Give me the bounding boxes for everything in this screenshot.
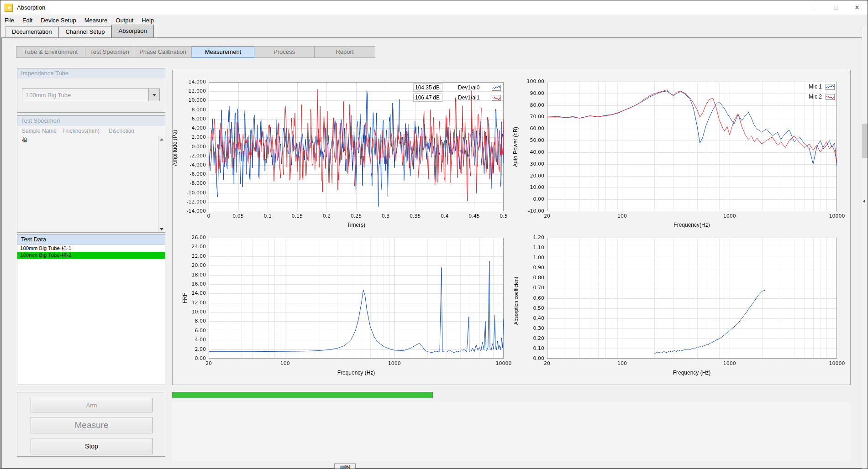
time-chart-xlabel: Time(s): [347, 222, 365, 228]
autopower-chart-legend: Mic 1 Mic 2: [780, 82, 835, 102]
legend-label-mic1: Mic 1: [804, 83, 822, 90]
impedance-tube-title: Impendance Tube: [17, 68, 165, 78]
table-scrollbar[interactable]: [158, 136, 165, 232]
stop-button[interactable]: Stop: [31, 438, 153, 454]
scrollbar-thumb[interactable]: [862, 124, 868, 158]
lower-panel: [172, 402, 851, 461]
list-item[interactable]: 100mm Big Tube-棉-1: [17, 245, 165, 252]
autopower-chart-ylabel: Auto Power (dB): [512, 127, 519, 167]
column-discription: Discription: [109, 128, 165, 134]
measure-button[interactable]: Measure: [31, 417, 153, 433]
chevron-down-icon: [153, 94, 156, 96]
vertical-scrollbar[interactable]: [862, 26, 868, 469]
menu-item-device-setup[interactable]: Device Setup: [37, 15, 80, 26]
frf-chart-ylabel: FRF: [182, 293, 188, 303]
measurement-progress-bar: [172, 392, 433, 398]
menu-item-output[interactable]: Output: [111, 15, 137, 26]
maximize-button[interactable]: □: [826, 0, 847, 15]
test-data-title: Test Data: [17, 234, 165, 245]
test-specimen-title: Test Specimen: [17, 116, 165, 126]
frf-chart: [176, 234, 514, 384]
legend-label-ai1: Dev1/ai1: [458, 94, 488, 101]
absorption-step-tabs: Tube & Environment Test Specimen Phase C…: [16, 46, 375, 58]
bottom-tab-plot[interactable]: 画图: [334, 464, 356, 469]
time-chart-legend: 104.35 dB Dev1/ai0 106.47 dB Dev1/ai1: [387, 83, 501, 103]
test-data-group: Test Data 100mm Big Tube-棉-1 100mm Big T…: [17, 234, 165, 385]
absorption-chart-xlabel: Frequency (Hz): [673, 370, 711, 376]
legend-item-ai1[interactable]: 106.47 dB Dev1/ai1: [387, 93, 501, 102]
menu-item-file[interactable]: File: [0, 15, 18, 26]
frf-chart-xlabel: Frequency (Hz): [337, 370, 375, 376]
legend-label-mic2: Mic 2: [804, 94, 822, 100]
scroll-down-icon[interactable]: [158, 226, 165, 232]
legend-item-mic2[interactable]: Mic 2: [780, 92, 835, 101]
tab-channel-setup[interactable]: Channel Setup: [58, 26, 111, 37]
subtab-phase-calibration[interactable]: Phase Calibration: [134, 46, 192, 58]
measurement-actions-group: Arm Measure Stop: [17, 392, 165, 457]
legend-label-ai0: Dev1/ai0: [458, 84, 488, 91]
arm-button[interactable]: Arm: [31, 398, 153, 412]
legend-item-mic1[interactable]: Mic 1: [780, 82, 835, 91]
level-readout-ai1: 106.47 dB: [413, 94, 442, 102]
waveform-icon: [492, 85, 501, 91]
collapse-left-icon[interactable]: [863, 199, 865, 203]
charts-panel: Amplitude (Pa) Auto Power (dB) FRF Absor…: [172, 70, 851, 385]
test-specimen-table: Sample Name Thickness(mm) Discription 棉: [17, 126, 165, 232]
list-item[interactable]: 100mm Big Tube-棉-2: [17, 252, 165, 259]
main-tab-bar: Documentation Channel Setup Absorption: [5, 25, 154, 37]
tab-absorption[interactable]: Absorption: [111, 25, 153, 37]
window-controls: — □ ✕: [805, 0, 868, 15]
menu-item-help[interactable]: Help: [137, 15, 158, 26]
menu-item-measure[interactable]: Measure: [80, 15, 112, 26]
absorption-chart-ylabel: Absorption coefficient: [513, 277, 519, 325]
minimize-button[interactable]: —: [805, 0, 826, 15]
subtab-test-specimen[interactable]: Test Specimen: [85, 46, 134, 58]
column-sample-name: Sample Name: [17, 128, 62, 134]
table-header-row: Sample Name Thickness(mm) Discription: [17, 126, 165, 136]
waveform-icon: [826, 94, 835, 100]
test-data-list: 100mm Big Tube-棉-1 100mm Big Tube-棉-2: [17, 245, 165, 385]
subtab-measurement[interactable]: Measurement: [192, 46, 254, 58]
progress-fill: [173, 392, 432, 398]
level-readout-ai0: 104.35 dB: [413, 83, 442, 92]
app-icon: [5, 4, 13, 12]
subtab-tube-environment[interactable]: Tube & Environment: [16, 46, 85, 58]
title-bar: Absorption — □ ✕: [0, 0, 868, 15]
legend-item-ai0[interactable]: 104.35 dB Dev1/ai0: [387, 83, 501, 92]
absorption-coefficient-chart: [520, 234, 847, 384]
window-title: Absorption: [17, 4, 45, 11]
close-button[interactable]: ✕: [847, 0, 868, 15]
subtab-process[interactable]: Process: [254, 46, 315, 58]
time-chart-ylabel: Amplitude (Pa): [172, 130, 178, 166]
autopower-chart-xlabel: Frequency(Hz): [673, 222, 710, 228]
impedance-tube-value: 100mm Big Tube: [22, 92, 148, 99]
subtab-report[interactable]: Report: [315, 46, 375, 58]
column-thickness: Thickness(mm): [62, 128, 109, 134]
test-specimen-group: Test Specimen Sample Name Thickness(mm) …: [17, 115, 165, 233]
dropdown-arrow-button[interactable]: [148, 89, 159, 101]
tab-documentation[interactable]: Documentation: [5, 26, 58, 37]
waveform-icon: [826, 84, 835, 90]
impedance-tube-group: Impendance Tube 100mm Big Tube: [17, 68, 165, 113]
app-window: Absorption — □ ✕ File Edit Device Setup …: [0, 0, 868, 469]
waveform-icon: [492, 95, 501, 101]
menu-item-edit[interactable]: Edit: [18, 15, 37, 26]
table-row[interactable]: 棉: [17, 136, 165, 144]
impedance-tube-dropdown[interactable]: 100mm Big Tube: [22, 89, 160, 101]
scroll-up-icon[interactable]: [158, 136, 165, 142]
menu-bar: File Edit Device Setup Measure Output He…: [0, 15, 868, 26]
